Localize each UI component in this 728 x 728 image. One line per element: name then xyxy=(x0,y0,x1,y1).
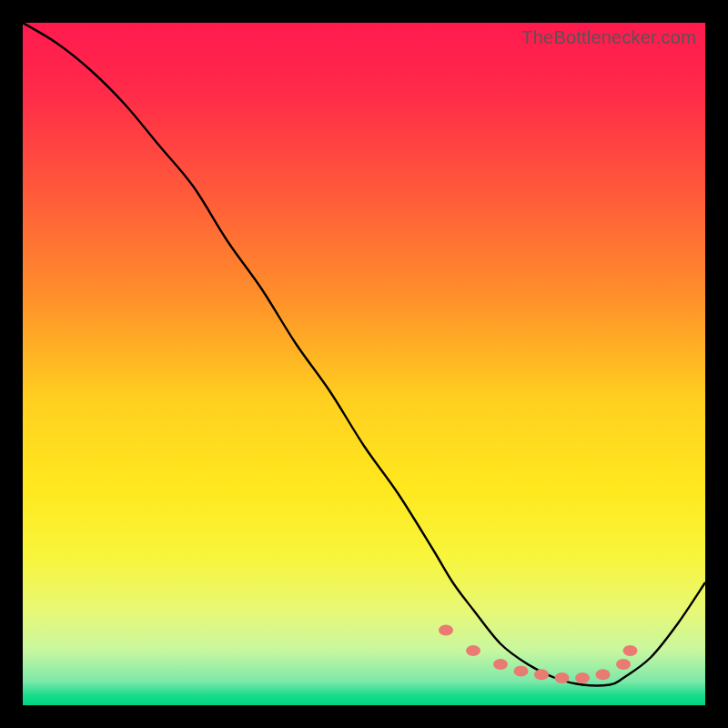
plot-area: TheBottlenecker.com xyxy=(23,23,705,705)
highlight-dot xyxy=(514,666,529,677)
highlight-dot xyxy=(596,669,611,680)
highlight-dot xyxy=(575,672,590,683)
highlight-dot xyxy=(555,672,570,683)
highlight-dot xyxy=(439,625,453,636)
highlight-dot xyxy=(493,659,508,670)
bottleneck-curve xyxy=(23,23,705,685)
highlight-dot xyxy=(623,645,638,656)
outer-frame: TheBottlenecker.com xyxy=(0,0,728,728)
highlight-dots-group xyxy=(439,625,638,684)
highlight-dot xyxy=(616,659,631,670)
highlight-dot xyxy=(466,645,480,656)
watermark-text: TheBottlenecker.com xyxy=(521,27,696,48)
chart-svg xyxy=(23,23,705,705)
highlight-dot xyxy=(534,669,549,680)
